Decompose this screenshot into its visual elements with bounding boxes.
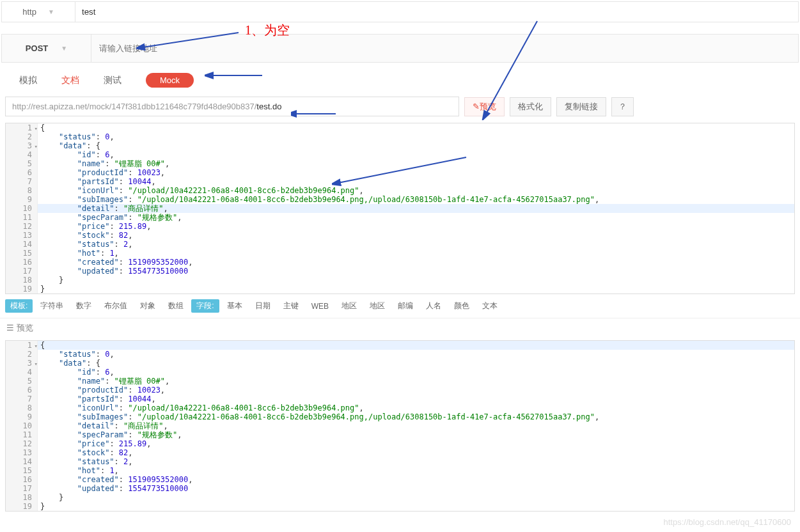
code-line: 8 "iconUrl": "/upload/10a42221-06a8-4001… — [6, 403, 794, 412]
code-line: 1▾{ — [6, 341, 794, 350]
template-item[interactable]: 主键 — [278, 299, 304, 313]
list-icon: ☰ — [6, 323, 14, 332]
template-item[interactable]: 布尔值 — [99, 299, 132, 313]
code-line: 12 "price": 215.89, — [6, 222, 794, 231]
request-row: POST ▼ 1、为空 — [1, 34, 799, 63]
code-line: 13 "stock": 82, — [6, 448, 794, 457]
code-line: 18 } — [6, 276, 794, 285]
code-line: 16 "created": 1519095352000, — [6, 258, 794, 267]
code-line: 14 "status": 2, — [6, 457, 794, 466]
template-item[interactable]: 地区 — [365, 299, 390, 313]
code-editor[interactable]: 1▾{2 "status": 0,3▾ "data": {4 "id": 6,5… — [5, 123, 795, 294]
code-line: 17 "updated": 1554773510000 — [6, 267, 794, 276]
code-line: 12 "price": 215.89, — [6, 439, 794, 448]
preview-editor[interactable]: 1▾{2 "status": 0,3▾ "data": {4 "id": 6,5… — [5, 340, 795, 512]
mock-url-row: http://rest.apizza.net/mock/147f381dbb12… — [0, 97, 800, 123]
code-line: 9 "subImages": "/upload/10a42221-06a8-40… — [6, 412, 794, 421]
code-line: 9 "subImages": "/upload/10a42221-06a8-40… — [6, 195, 794, 204]
template-item[interactable]: 数组 — [163, 299, 189, 313]
code-line: 10 "detail": "商品详情", — [6, 204, 794, 213]
code-line: 10 "detail": "商品详情", — [6, 421, 794, 430]
code-line: 4 "id": 6, — [6, 368, 794, 377]
tabs-row: 模拟 文档 测试 Mock — [0, 63, 800, 97]
template-item[interactable]: 字段: — [191, 299, 219, 313]
tab-doc[interactable]: 文档 — [61, 75, 79, 86]
template-item[interactable]: 对象 — [135, 299, 161, 313]
mock-url-input[interactable]: http://rest.apizza.net/mock/147f381dbb12… — [5, 97, 459, 116]
code-line: 15 "hot": 1, — [6, 466, 794, 475]
url-input[interactable] — [91, 35, 798, 62]
template-item[interactable]: 数字 — [71, 299, 97, 313]
template-item[interactable]: 日期 — [250, 299, 276, 313]
preview-header: ☰预览 — [0, 318, 800, 338]
protocol-value: http — [22, 7, 36, 17]
mock-url-suffix: test.do — [256, 102, 281, 111]
code-line: 13 "stock": 82, — [6, 231, 794, 240]
code-line: 15 "hot": 1, — [6, 249, 794, 258]
copy-link-button[interactable]: 复制链接 — [556, 97, 606, 116]
template-label: 模板: — [5, 299, 33, 313]
code-line: 16 "created": 1519095352000, — [6, 475, 794, 484]
template-item[interactable]: 地区 — [336, 299, 362, 313]
annotation-text: 1、为空 — [245, 22, 290, 39]
code-line: 18 } — [6, 493, 794, 502]
template-item[interactable]: 文本 — [477, 299, 503, 313]
help-button[interactable]: ？ — [611, 97, 634, 116]
code-line: 19} — [6, 285, 794, 293]
mock-url-prefix: http://rest.apizza.net/mock/147f381dbb12… — [12, 102, 256, 111]
api-name-input[interactable] — [75, 2, 798, 22]
chevron-down-icon: ▼ — [61, 45, 67, 52]
code-line: 11 "specParam": "规格参数", — [6, 430, 794, 439]
code-line: 1▾{ — [6, 123, 794, 132]
code-line: 5 "name": "锂基脂 00#", — [6, 159, 794, 168]
code-line: 5 "name": "锂基脂 00#", — [6, 377, 794, 386]
template-bar: 模板: 字符串数字布尔值对象数组字段:基本日期主键WEB地区地区邮编人名颜色文本 — [0, 294, 800, 318]
header-row: http ▼ — [1, 1, 799, 22]
template-item[interactable]: 字符串 — [35, 299, 68, 313]
mock-button[interactable]: Mock — [146, 73, 194, 88]
template-item[interactable]: 基本 — [222, 299, 247, 313]
wrench-icon: ✎ — [473, 102, 480, 111]
code-line: 7 "partsId": 10044, — [6, 395, 794, 403]
arrow-annotation-icon — [205, 68, 269, 83]
method-value: POST — [26, 43, 48, 53]
preview-button[interactable]: ✎预览 — [464, 97, 505, 116]
code-line: 6 "productId": 10023, — [6, 386, 794, 395]
code-line: 7 "partsId": 10044, — [6, 177, 794, 186]
tab-test[interactable]: 测试 — [104, 75, 122, 86]
format-button[interactable]: 格式化 — [510, 97, 551, 116]
code-line: 2 "status": 0, — [6, 132, 794, 141]
template-item[interactable]: 人名 — [421, 299, 446, 313]
code-line: 8 "iconUrl": "/upload/10a42221-06a8-4001… — [6, 186, 794, 195]
code-line: 19} — [6, 502, 794, 511]
code-line: 4 "id": 6, — [6, 150, 794, 159]
method-select[interactable]: POST ▼ — [2, 35, 91, 62]
code-line: 17 "updated": 1554773510000 — [6, 484, 794, 493]
code-line: 11 "specParam": "规格参数", — [6, 213, 794, 222]
code-line: 14 "status": 2, — [6, 240, 794, 249]
code-line: 3▾ "data": { — [6, 359, 794, 368]
tab-simulate[interactable]: 模拟 — [19, 75, 37, 86]
protocol-select[interactable]: http ▼ — [2, 2, 75, 22]
template-item[interactable]: 邮编 — [393, 299, 418, 313]
code-line: 3▾ "data": { — [6, 141, 794, 150]
template-item[interactable]: 颜色 — [449, 299, 475, 313]
code-line: 6 "productId": 10023, — [6, 168, 794, 177]
template-item[interactable]: WEB — [306, 301, 334, 312]
chevron-down-icon: ▼ — [48, 8, 54, 15]
code-line: 2 "status": 0, — [6, 350, 794, 359]
